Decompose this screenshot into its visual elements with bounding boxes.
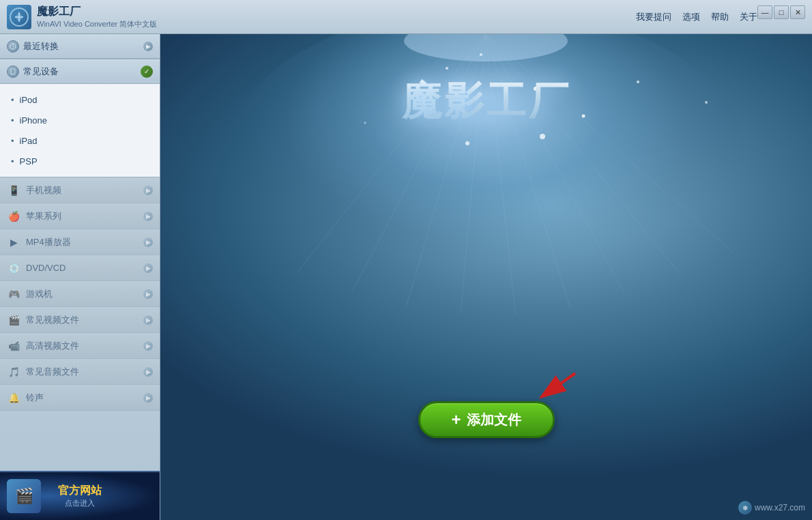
mobile-video-left: 📱 手机视频 [7,184,61,197]
common-devices-arrow: ✓ [141,66,153,78]
sidebar-audio[interactable]: 🎵 常见音频文件 ▶ [0,359,160,385]
titlebar-menu: 我要提问 选项 帮助 关于 [636,11,757,23]
sidebar-ringtone[interactable]: 🔔 铃声 ▶ [0,385,160,411]
sidebar-hd-video[interactable]: 📹 高清视频文件 ▶ [0,333,160,359]
device-ipod[interactable]: iPod [0,89,160,110]
audio-left: 🎵 常见音频文件 [7,365,79,379]
main-content: 魔影工厂 + 添加文件 ❄ www.x27.com [160,34,812,520]
menu-options[interactable]: 选项 [682,11,700,23]
common-devices-label: 常见设备 [23,66,59,78]
sidebar-mobile-video[interactable]: 📱 手机视频 ▶ [0,177,160,203]
app-subtitle: WinAVI Video Converter 简体中文版 [37,19,157,29]
dvd-label: DVD/VCD [26,263,66,273]
sidebar-dvd-vcd[interactable]: 💿 DVD/VCD ▶ [0,255,160,281]
sidebar-other-items: 📱 手机视频 ▶ 🍎 苹果系列 ▶ ▶ MP4播放器 ▶ [0,177,160,471]
recent-convert-header[interactable]: 最近转换 ▶ [0,34,160,59]
hd-video-left: 📹 高清视频文件 [7,339,79,353]
hd-icon: 📹 [7,339,20,353]
audio-arrow: ▶ [143,367,153,377]
game-arrow: ▶ [143,289,153,299]
add-plus-icon: + [451,411,461,428]
device-ipad[interactable]: iPad [0,130,160,151]
banner-title: 官方网站 [58,484,102,498]
recent-convert-header-left: 最近转换 [7,40,59,53]
device-psp[interactable]: PSP [0,151,160,171]
banner-content: 官方网站 点击进入 [58,484,102,508]
banner-subtitle: 点击进入 [58,498,102,508]
menu-ask[interactable]: 我要提问 [636,11,671,23]
common-devices-header-left: 常见设备 [7,66,59,78]
banner-icon: 🎬 [7,479,41,513]
recent-convert-arrow: ▶ [143,42,153,51]
app-title: 魔影工厂 [37,5,157,19]
ringtone-icon: 🔔 [7,391,20,405]
mobile-video-arrow: ▶ [143,186,153,195]
minimize-button[interactable]: — [757,5,772,19]
recent-icon [7,40,19,53]
add-file-button[interactable]: + 添加文件 [418,401,555,438]
mp4-player-left: ▶ MP4播放器 [7,235,71,249]
devices-list: iPod iPhone iPad PSP [0,84,160,177]
ringtone-left: 🔔 铃声 [7,391,44,405]
hd-video-label: 高清视频文件 [26,340,79,352]
svg-line-3 [13,46,14,48]
watermark-text: www.x27.com [755,503,805,512]
common-video-label: 常见视频文件 [26,314,79,326]
common-video-left: 🎬 常见视频文件 [7,313,79,327]
ringtone-label: 铃声 [26,392,44,404]
audio-icon: 🎵 [7,365,20,379]
sidebar-common-video[interactable]: 🎬 常见视频文件 ▶ [0,307,160,333]
apple-series-arrow: ▶ [143,212,153,221]
device-iphone[interactable]: iPhone [0,110,160,130]
sidebar: 最近转换 ▶ 常见设备 ✓ iPo [0,34,160,520]
recent-convert-label: 最近转换 [23,40,59,53]
menu-about[interactable]: 关于 [740,11,757,23]
sidebar-mp4-player[interactable]: ▶ MP4播放器 ▶ [0,229,160,255]
apple-icon: 🍎 [7,210,20,223]
apple-series-label: 苹果系列 [26,210,61,222]
sidebar-apple-series[interactable]: 🍎 苹果系列 ▶ [0,203,160,229]
watermark-icon: ❄ [738,501,752,515]
apple-series-left: 🍎 苹果系列 [7,210,61,223]
game-label: 游戏机 [26,288,53,300]
common-video-arrow: ▶ [143,315,153,325]
hd-arrow: ▶ [143,341,153,351]
dvd-icon: 💿 [7,261,20,275]
common-devices-section: 常见设备 ✓ iPod iPhone iPad PSP [0,59,160,177]
audio-label: 常见音频文件 [26,366,79,378]
mp4-arrow: ▶ [143,237,153,247]
maximize-button[interactable]: □ [774,5,789,19]
mp4-icon: ▶ [7,235,20,249]
common-devices-header[interactable]: 常见设备 ✓ [0,59,160,84]
official-banner[interactable]: 🎬 官方网站 点击进入 [0,471,160,520]
mp4-player-label: MP4播放器 [26,236,71,248]
add-file-label: 添加文件 [467,411,521,429]
window-controls: — □ ✕ [757,5,805,19]
dvd-left: 💿 DVD/VCD [7,261,66,275]
recent-convert-section: 最近转换 ▶ [0,34,160,59]
titlebar: 魔影工厂 WinAVI Video Converter 简体中文版 我要提问 选… [0,0,812,34]
sidebar-game-console[interactable]: 🎮 游戏机 ▶ [0,281,160,307]
app-logo [7,5,31,29]
game-icon: 🎮 [7,287,20,301]
game-left: 🎮 游戏机 [7,287,53,301]
common-video-icon: 🎬 [7,313,20,327]
close-button[interactable]: ✕ [790,5,805,19]
watermark: ❄ www.x27.com [738,501,805,515]
devices-icon [7,66,19,78]
ringtone-arrow: ▶ [143,393,153,403]
menu-help[interactable]: 帮助 [711,11,729,23]
main-container: 最近转换 ▶ 常见设备 ✓ iPo [0,34,812,520]
mobile-video-label: 手机视频 [26,184,61,197]
dvd-arrow: ▶ [143,263,153,273]
app-main-title: 魔影工厂 [402,75,571,128]
titlebar-text: 魔影工厂 WinAVI Video Converter 简体中文版 [37,5,157,29]
mobile-icon: 📱 [7,184,20,197]
